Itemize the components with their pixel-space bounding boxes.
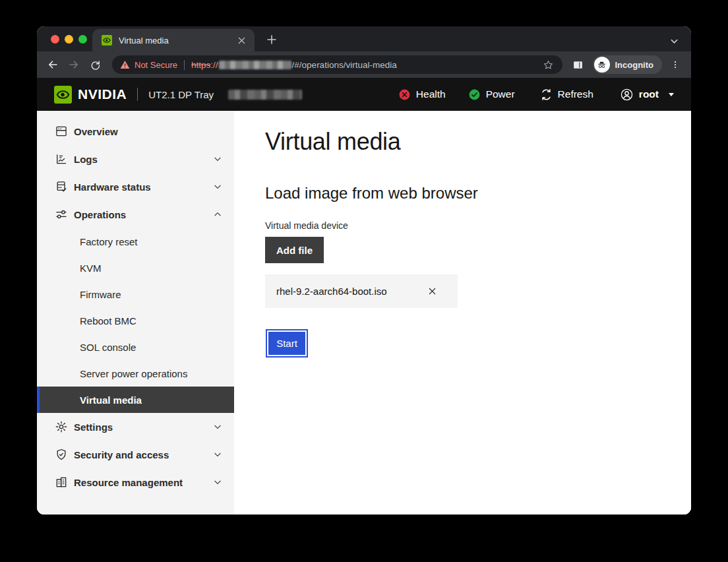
sidebar-item-overview[interactable]: Overview <box>37 117 234 145</box>
sidebar-item-operations[interactable]: Operations <box>37 201 234 228</box>
nvidia-favicon-icon <box>102 35 112 46</box>
browser-toolbar: Not Secure https :// /#/operations/virtu… <box>37 51 691 78</box>
settings-icon <box>55 420 68 433</box>
header-divider <box>137 88 138 101</box>
chevron-down-icon <box>669 93 674 96</box>
health-label: Health <box>416 88 446 100</box>
power-ok-icon <box>468 88 481 101</box>
sidebar-item-hardware-status[interactable]: Hardware status <box>37 173 234 201</box>
user-icon <box>620 88 634 102</box>
logs-icon <box>55 152 68 166</box>
incognito-label: Incognito <box>615 60 654 70</box>
tab-title: Virtual media <box>119 36 235 46</box>
minimize-window-button[interactable] <box>65 35 73 44</box>
file-name: rhel-9.2-aarch64-boot.iso <box>276 286 427 297</box>
new-tab-button[interactable] <box>262 30 281 49</box>
sidebar-item-factory-reset[interactable]: Factory reset <box>37 228 234 255</box>
chevron-down-icon <box>213 478 222 487</box>
overview-icon <box>55 125 68 138</box>
side-panel-icon[interactable] <box>569 55 588 74</box>
page-title: Virtual media <box>265 128 665 156</box>
user-menu-button[interactable]: root <box>620 88 674 102</box>
url-path: /#/operations/virtual-media <box>292 60 541 70</box>
sidebar-item-sol-console[interactable]: SOL console <box>37 334 234 360</box>
sidebar-item-virtual-media[interactable]: Virtual media <box>37 387 234 413</box>
tab-search-chevron-icon[interactable] <box>667 34 681 47</box>
chevron-up-icon <box>213 210 222 219</box>
refresh-label: Refresh <box>558 88 593 100</box>
close-window-button[interactable] <box>51 35 59 44</box>
refresh-icon <box>540 88 553 101</box>
remove-file-icon[interactable] <box>427 286 437 297</box>
operations-icon <box>55 208 68 221</box>
tab-strip: Virtual media <box>37 26 691 51</box>
browser-tab[interactable]: Virtual media <box>92 29 255 51</box>
sidebar-item-security-and-access[interactable]: Security and access <box>37 441 234 468</box>
resource-management-icon <box>55 476 68 489</box>
url-protocol-suffix: :// <box>210 60 218 70</box>
sidebar-item-settings[interactable]: Settings <box>37 413 234 441</box>
sidebar: Overview Logs Hardware status <box>37 111 234 515</box>
add-file-button[interactable]: Add file <box>265 237 324 263</box>
nvidia-logo: NVIDIA <box>54 86 127 104</box>
app-header: NVIDIA UT2.1 DP Tray Health Power Refres… <box>37 78 691 111</box>
tab-close-icon[interactable] <box>235 34 248 47</box>
health-status-button[interactable]: Health <box>398 88 446 101</box>
power-status-button[interactable]: Power <box>468 88 515 101</box>
system-name: UT2.1 DP Tray <box>148 89 214 100</box>
serial-number-redacted <box>228 90 302 100</box>
sidebar-item-firmware[interactable]: Firmware <box>37 281 234 307</box>
incognito-badge: Incognito <box>593 55 663 74</box>
selected-file-chip: rhel-9.2-aarch64-boot.iso <box>265 274 458 308</box>
bookmark-star-icon[interactable] <box>541 57 556 72</box>
omnibox-divider <box>184 60 185 70</box>
sidebar-item-reboot-bmc[interactable]: Reboot BMC <box>37 307 234 334</box>
nvidia-eye-icon <box>54 86 72 104</box>
reload-button[interactable] <box>86 55 104 74</box>
window-controls <box>51 35 87 44</box>
main-content: Virtual media Load image from web browse… <box>234 111 691 515</box>
hardware-status-icon <box>55 180 68 193</box>
start-button[interactable]: Start <box>267 330 307 356</box>
forward-button[interactable] <box>65 55 83 74</box>
url-protocol: https <box>191 60 210 70</box>
shield-check-icon <box>55 448 68 461</box>
sidebar-item-resource-management[interactable]: Resource management <box>37 468 234 496</box>
back-button[interactable] <box>44 55 62 74</box>
incognito-icon <box>594 57 610 73</box>
brand-wordmark: NVIDIA <box>78 86 127 102</box>
chevron-down-icon <box>213 450 222 459</box>
chevron-down-icon <box>213 422 222 431</box>
security-status-label[interactable]: Not Secure <box>135 60 177 70</box>
refresh-button[interactable]: Refresh <box>540 88 593 101</box>
user-name: root <box>639 88 659 100</box>
zoom-window-button[interactable] <box>78 35 87 44</box>
address-bar[interactable]: Not Secure https :// /#/operations/virtu… <box>112 55 562 74</box>
url-host-redacted <box>219 61 291 69</box>
browser-menu-icon[interactable] <box>666 55 684 74</box>
sidebar-item-kvm[interactable]: KVM <box>37 255 234 281</box>
not-secure-warning-icon[interactable] <box>120 60 130 69</box>
power-label: Power <box>486 88 515 100</box>
section-heading: Load image from web browser <box>265 184 665 203</box>
health-error-icon <box>398 88 411 101</box>
chevron-down-icon <box>213 182 222 191</box>
virtual-media-device-label: Virtual media device <box>265 220 665 231</box>
sidebar-item-server-power-operations[interactable]: Server power operations <box>37 360 234 387</box>
browser-window: Virtual media Not Secure http <box>37 26 691 515</box>
chevron-down-icon <box>213 154 222 164</box>
sidebar-item-logs[interactable]: Logs <box>37 145 234 173</box>
